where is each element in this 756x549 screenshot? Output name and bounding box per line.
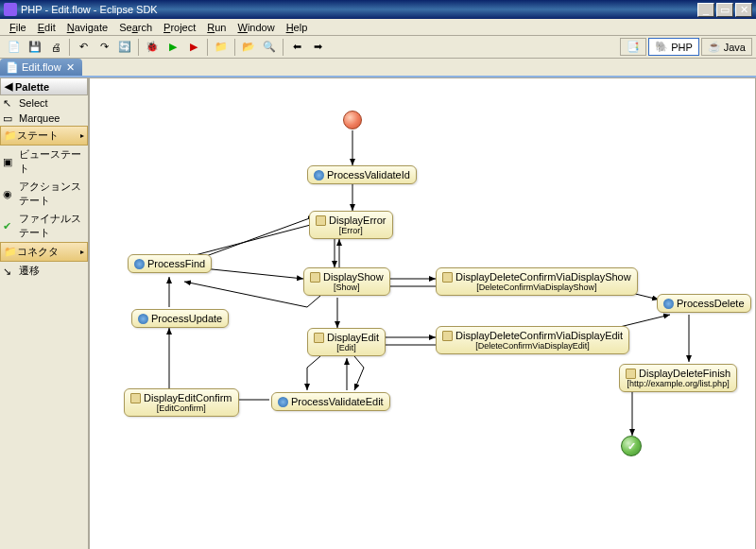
palette-transition[interactable]: ↘ 遷移 — [0, 262, 88, 280]
debug-button[interactable]: 🐞 — [143, 38, 162, 57]
title-bar: PHP - Edit.flow - Eclipse SDK _ ▭ ✕ — [0, 0, 756, 19]
final-state-icon: ✔ — [3, 220, 16, 232]
palette-view-state[interactable]: ▣ ビューステート — [0, 146, 88, 178]
node-display-error[interactable]: DisplayError [Error] — [309, 211, 393, 239]
app-icon — [4, 3, 17, 16]
folder-icon: 📁 — [4, 246, 17, 258]
node-display-edit[interactable]: DisplayEdit [Edit] — [307, 328, 386, 356]
window-title: PHP - Edit.flow - Eclipse SDK — [21, 4, 697, 15]
maximize-button[interactable]: ▭ — [716, 3, 733, 17]
close-button[interactable]: ✕ — [735, 3, 752, 17]
node-process-validate-edit[interactable]: ProcessValidateEdit — [271, 392, 390, 411]
palette-action-state[interactable]: ◉ アクションステート — [0, 178, 88, 210]
print-button[interactable]: 🖨 — [46, 38, 65, 57]
palette-title: ◀Palette — [0, 77, 88, 95]
folder-icon: 📁 — [4, 129, 17, 142]
node-display-edit-confirm[interactable]: DisplayEditConfirm [EditConfirm] — [124, 388, 239, 417]
run-button[interactable]: ▶ — [163, 38, 182, 57]
start-node[interactable] — [343, 111, 362, 129]
chevron-right-icon: ▸ — [80, 131, 84, 140]
view-icon — [314, 333, 324, 343]
node-process-delete[interactable]: ProcessDelete — [657, 294, 751, 313]
end-node[interactable]: ✓ — [621, 436, 642, 456]
view-icon — [626, 369, 636, 379]
menu-run[interactable]: Run — [201, 20, 232, 35]
view-state-icon: ▣ — [3, 156, 16, 167]
palette-final-state[interactable]: ✔ ファイナルステート — [0, 210, 88, 242]
workspace: ◀Palette ↖ Select ▭ Marquee 📁 ステート ▸ ▣ ビ… — [0, 77, 756, 549]
menu-navigate[interactable]: Navigate — [61, 20, 113, 35]
new-button[interactable]: 📄 — [5, 38, 24, 57]
nav-back-button[interactable]: ⬅ — [287, 38, 306, 57]
tab-editflow[interactable]: 📄 Edit.flow ✕ — [0, 59, 82, 76]
perspective-java[interactable]: ☕ Java — [701, 38, 752, 56]
process-icon — [138, 314, 148, 324]
menu-window[interactable]: Window — [232, 20, 280, 35]
tab-label: Edit.flow — [22, 61, 61, 73]
save-button[interactable]: 💾 — [26, 38, 44, 57]
view-icon — [310, 272, 320, 283]
close-icon[interactable]: ✕ — [65, 61, 77, 73]
node-process-validate-id[interactable]: ProcessValidateId — [307, 165, 417, 184]
node-display-delete-confirm-edit[interactable]: DisplayDeleteConfirmViaDisplayEdit [Dele… — [436, 326, 629, 354]
svg-line-2 — [184, 222, 321, 258]
node-display-show[interactable]: DisplayShow [Show] — [303, 267, 390, 296]
nav-fwd-button[interactable]: ➡ — [308, 38, 327, 57]
new-folder-button[interactable]: 📁 — [212, 38, 231, 57]
palette-group-state[interactable]: 📁 ステート ▸ — [0, 126, 88, 146]
node-process-update[interactable]: ProcessUpdate — [131, 309, 229, 328]
refresh-button[interactable]: 🔄 — [115, 38, 134, 57]
window-controls: _ ▭ ✕ — [697, 3, 752, 17]
process-icon — [278, 397, 288, 407]
node-process-find[interactable]: ProcessFind — [128, 254, 212, 273]
menu-bar: File Edit Navigate Search Project Run Wi… — [0, 19, 756, 36]
minimize-button[interactable]: _ — [697, 3, 714, 17]
menu-project[interactable]: Project — [158, 20, 201, 35]
marquee-icon: ▭ — [3, 112, 16, 124]
file-icon: 📄 — [6, 61, 19, 74]
process-icon — [663, 299, 674, 309]
menu-help[interactable]: Help — [281, 20, 314, 35]
view-icon — [442, 272, 453, 283]
search-button[interactable]: 🔍 — [260, 38, 279, 57]
editor-tabs: 📄 Edit.flow ✕ — [0, 59, 756, 77]
menu-search[interactable]: Search — [113, 20, 158, 35]
action-state-icon: ◉ — [3, 188, 16, 199]
transition-icon: ↘ — [3, 266, 16, 277]
chevron-right-icon: ▸ — [80, 248, 84, 256]
view-icon — [442, 331, 453, 341]
palette-group-connector[interactable]: 📁 コネクタ ▸ — [0, 242, 88, 262]
palette-select[interactable]: ↖ Select — [0, 95, 88, 111]
redo-button[interactable]: ↷ — [94, 38, 113, 57]
toolbar: 📄 💾 🖨 ↶ ↷ 🔄 🐞 ▶ ▶ 📁 📂 🔍 ⬅ ➡ 📑 🐘 PHP ☕ Ja… — [0, 36, 756, 59]
perspective-php[interactable]: 🐘 PHP — [648, 38, 699, 56]
menu-edit[interactable]: Edit — [32, 20, 61, 35]
perspective-switcher: 📑 🐘 PHP ☕ Java — [618, 38, 752, 56]
process-icon — [314, 170, 324, 180]
node-display-delete-confirm-show[interactable]: DisplayDeleteConfirmViaDisplayShow [Dele… — [436, 267, 638, 296]
node-display-delete-finish[interactable]: DisplayDeleteFinish [http://example.org/… — [619, 364, 737, 392]
undo-button[interactable]: ↶ — [74, 38, 93, 57]
perspective-open[interactable]: 📑 — [620, 38, 646, 56]
view-icon — [316, 215, 326, 226]
palette-panel: ◀Palette ↖ Select ▭ Marquee 📁 ステート ▸ ▣ ビ… — [0, 77, 89, 549]
view-icon — [130, 393, 141, 403]
run-ext-button[interactable]: ▶ — [184, 38, 203, 57]
process-icon — [134, 259, 145, 269]
open-type-button[interactable]: 📂 — [239, 38, 258, 57]
palette-marquee[interactable]: ▭ Marquee — [0, 111, 88, 126]
menu-file[interactable]: File — [4, 20, 32, 35]
flow-canvas[interactable]: ProcessValidateId DisplayError [Error] P… — [89, 77, 756, 549]
cursor-icon: ↖ — [3, 97, 16, 109]
